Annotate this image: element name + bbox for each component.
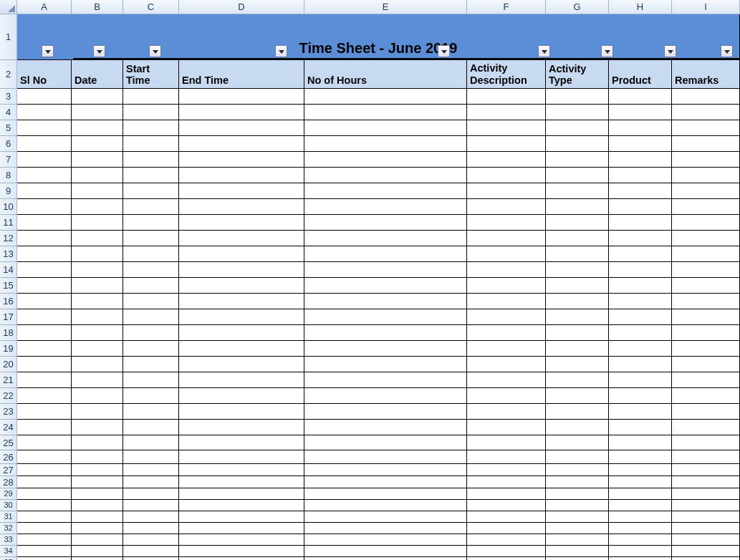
cell-i19[interactable]	[672, 341, 740, 357]
cell-c20[interactable]	[123, 357, 179, 372]
cell-d18[interactable]	[179, 325, 304, 341]
cell-g7[interactable]	[546, 152, 609, 168]
cell-e29[interactable]	[304, 488, 467, 500]
cell-a6[interactable]	[17, 136, 72, 152]
header-f[interactable]: Activity Description	[467, 60, 546, 89]
cell-d20[interactable]	[179, 357, 304, 372]
cell-i5[interactable]	[672, 120, 740, 136]
cell-i22[interactable]	[672, 388, 740, 404]
cell-c23[interactable]	[123, 404, 179, 420]
cell-d7[interactable]	[179, 152, 304, 168]
cell-e11[interactable]	[304, 215, 467, 231]
cell-i31[interactable]	[672, 511, 740, 523]
filter-button-col-a[interactable]	[42, 45, 54, 57]
cell-f13[interactable]	[467, 246, 546, 262]
cell-i17[interactable]	[672, 309, 740, 325]
cell-g26[interactable]	[546, 450, 609, 464]
cell-d31[interactable]	[179, 511, 304, 523]
cell-g22[interactable]	[546, 388, 609, 404]
cell-a20[interactable]	[17, 357, 72, 372]
cell-e3[interactable]	[304, 89, 467, 105]
cell-h20[interactable]	[609, 357, 672, 372]
cell-g16[interactable]	[546, 294, 609, 309]
cell-g25[interactable]	[546, 435, 609, 450]
cell-a19[interactable]	[17, 341, 72, 357]
cell-g3[interactable]	[546, 89, 609, 105]
cell-e35[interactable]	[304, 557, 467, 560]
cell-f31[interactable]	[467, 511, 546, 523]
cell-h30[interactable]	[609, 500, 672, 511]
row-header-17[interactable]: 17	[0, 309, 17, 325]
cell-h17[interactable]	[609, 309, 672, 325]
cell-e4[interactable]	[304, 105, 467, 120]
cell-e5[interactable]	[304, 120, 467, 136]
cell-e33[interactable]	[304, 534, 467, 546]
row-header-14[interactable]: 14	[0, 262, 17, 278]
cell-b17[interactable]	[72, 309, 123, 325]
column-header-g[interactable]: G	[546, 0, 609, 14]
cell-d13[interactable]	[179, 246, 304, 262]
cell-a26[interactable]	[17, 450, 72, 464]
cell-h28[interactable]	[609, 476, 672, 488]
cell-a18[interactable]	[17, 325, 72, 341]
cell-c25[interactable]	[123, 435, 179, 450]
cell-g13[interactable]	[546, 246, 609, 262]
cell-h8[interactable]	[609, 168, 672, 183]
cell-b14[interactable]	[72, 262, 123, 278]
header-a[interactable]: Sl No	[17, 60, 72, 89]
cell-e32[interactable]	[304, 523, 467, 534]
cell-a8[interactable]	[17, 168, 72, 183]
cell-f29[interactable]	[467, 488, 546, 500]
filter-button-col-f[interactable]	[538, 45, 550, 57]
cell-i11[interactable]	[672, 215, 740, 231]
cell-c35[interactable]	[123, 557, 179, 560]
cell-a12[interactable]	[17, 231, 72, 246]
cell-e8[interactable]	[304, 168, 467, 183]
cell-g5[interactable]	[546, 120, 609, 136]
row-header-29[interactable]: 29	[0, 488, 17, 500]
cell-d19[interactable]	[179, 341, 304, 357]
header-i[interactable]: Remarks	[672, 60, 740, 89]
cell-b34[interactable]	[72, 546, 123, 557]
cell-a13[interactable]	[17, 246, 72, 262]
row-header-7[interactable]: 7	[0, 152, 17, 168]
cell-g34[interactable]	[546, 546, 609, 557]
title-banner[interactable]: Time Sheet - June 2019	[17, 14, 740, 60]
cell-d16[interactable]	[179, 294, 304, 309]
cell-i25[interactable]	[672, 435, 740, 450]
cell-g14[interactable]	[546, 262, 609, 278]
cell-i23[interactable]	[672, 404, 740, 420]
cell-d4[interactable]	[179, 105, 304, 120]
row-header-19[interactable]: 19	[0, 341, 17, 357]
cell-e28[interactable]	[304, 476, 467, 488]
cell-f28[interactable]	[467, 476, 546, 488]
cell-b35[interactable]	[72, 557, 123, 560]
cell-g35[interactable]	[546, 557, 609, 560]
cell-d26[interactable]	[179, 450, 304, 464]
row-header-4[interactable]: 4	[0, 105, 17, 120]
cell-g29[interactable]	[546, 488, 609, 500]
cell-e34[interactable]	[304, 546, 467, 557]
cell-h32[interactable]	[609, 523, 672, 534]
cell-d28[interactable]	[179, 476, 304, 488]
cell-f25[interactable]	[467, 435, 546, 450]
cell-g19[interactable]	[546, 341, 609, 357]
cell-f5[interactable]	[467, 120, 546, 136]
cell-i18[interactable]	[672, 325, 740, 341]
cell-i21[interactable]	[672, 372, 740, 388]
row-header-8[interactable]: 8	[0, 168, 17, 183]
header-c[interactable]: Start Time	[123, 60, 179, 89]
cell-i28[interactable]	[672, 476, 740, 488]
cell-b10[interactable]	[72, 199, 123, 215]
cell-d22[interactable]	[179, 388, 304, 404]
cell-g4[interactable]	[546, 105, 609, 120]
row-header-16[interactable]: 16	[0, 294, 17, 309]
filter-button-col-c[interactable]	[149, 45, 161, 57]
cell-f16[interactable]	[467, 294, 546, 309]
cell-h3[interactable]	[609, 89, 672, 105]
cell-h23[interactable]	[609, 404, 672, 420]
select-all-corner[interactable]	[0, 0, 17, 14]
row-header-33[interactable]: 33	[0, 534, 17, 546]
header-d[interactable]: End Time	[179, 60, 304, 89]
cell-e10[interactable]	[304, 199, 467, 215]
